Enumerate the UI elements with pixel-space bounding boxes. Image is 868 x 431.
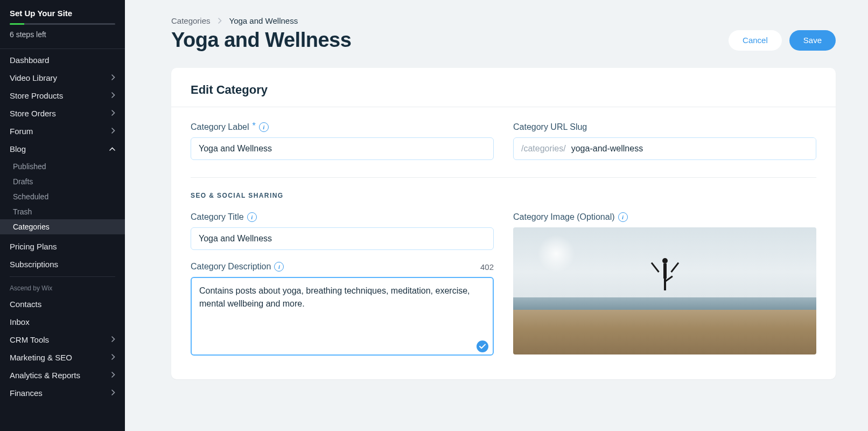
sidebar-section-ascend: Ascend by Wix — [0, 279, 125, 295]
breadcrumb: Categories Yoga and Wellness — [171, 16, 836, 25]
info-icon[interactable]: i — [259, 122, 269, 132]
sidebar-item-marketing-seo[interactable]: Marketing & SEO — [0, 349, 125, 366]
field-label-text: Category Description — [191, 262, 271, 272]
sidebar-item-label: Store Products — [10, 91, 63, 100]
sidebar-item-subscriptions[interactable]: Subscriptions — [0, 255, 125, 273]
slug-prefix: /categories/ — [514, 144, 571, 154]
info-icon[interactable]: i — [618, 212, 628, 222]
cancel-button[interactable]: Cancel — [729, 30, 782, 51]
chevron-right-icon — [111, 74, 115, 82]
sidebar-item-finances[interactable]: Finances — [0, 384, 125, 402]
sidebar-item-dashboard[interactable]: Dashboard — [0, 51, 125, 69]
sidebar-item-label: Inbox — [10, 317, 30, 326]
sidebar-item-forum[interactable]: Forum — [0, 122, 125, 140]
category-slug-field-label: Category URL Slug — [513, 122, 816, 132]
card-title: Edit Category — [191, 83, 816, 97]
category-slug-wrapper: /categories/ — [513, 137, 816, 160]
page-title: Yoga and Wellness — [171, 29, 351, 52]
sidebar-item-store-products[interactable]: Store Products — [0, 87, 125, 105]
check-icon — [477, 340, 488, 352]
sidebar-item-blog[interactable]: Blog — [0, 140, 125, 158]
seo-section-heading: SEO & SOCIAL SHARING — [191, 192, 816, 199]
sidebar-item-label: CRM Tools — [10, 335, 49, 344]
sidebar-blog-subitems: Published Drafts Scheduled Trash Categor… — [0, 158, 125, 238]
divider — [0, 48, 125, 49]
sidebar-item-inbox[interactable]: Inbox — [0, 313, 125, 331]
setup-progress — [10, 23, 115, 25]
field-label-text: Category Label — [191, 122, 249, 132]
chevron-right-icon — [111, 372, 115, 379]
sidebar-subitem-trash[interactable]: Trash — [0, 204, 125, 219]
page-header: Yoga and Wellness Cancel Save — [171, 29, 836, 52]
chevron-right-icon — [111, 354, 115, 362]
sidebar: Set Up Your Site 6 steps left Dashboard … — [0, 0, 125, 431]
sidebar-item-label: Blog — [10, 144, 26, 154]
sidebar-item-store-orders[interactable]: Store Orders — [0, 105, 125, 122]
category-title-field-label: Category Title i — [191, 212, 494, 222]
breadcrumb-root[interactable]: Categories — [171, 16, 211, 25]
field-label-text: Category URL Slug — [513, 122, 587, 132]
sidebar-subitem-drafts[interactable]: Drafts — [0, 174, 125, 189]
sidebar-item-label: Finances — [10, 388, 43, 398]
category-title-input[interactable] — [191, 227, 494, 250]
description-char-count: 402 — [480, 262, 494, 272]
sidebar-subitem-scheduled[interactable]: Scheduled — [0, 189, 125, 204]
breadcrumb-current: Yoga and Wellness — [229, 16, 298, 25]
chevron-right-icon — [218, 16, 222, 25]
category-image-preview[interactable] — [513, 227, 816, 354]
sidebar-item-label: Contacts — [10, 300, 41, 309]
sidebar-item-label: Store Orders — [10, 109, 56, 118]
sidebar-item-label: Marketing & SEO — [10, 353, 72, 362]
sidebar-item-contacts[interactable]: Contacts — [0, 295, 125, 313]
info-icon[interactable]: i — [247, 212, 257, 222]
sidebar-item-label: Pricing Plans — [10, 242, 57, 251]
category-label-input[interactable] — [191, 137, 494, 160]
required-asterisk: * — [253, 121, 256, 131]
setup-title: Set Up Your Site — [10, 9, 115, 18]
category-label-field-label: Category Label * i — [191, 122, 494, 132]
chevron-right-icon — [111, 390, 115, 397]
field-label-text: Category Image (Optional) — [513, 212, 615, 222]
category-image-field-label: Category Image (Optional) i — [513, 212, 816, 222]
category-description-textarea[interactable] — [191, 277, 494, 356]
chevron-right-icon — [111, 336, 115, 344]
sidebar-item-label: Forum — [10, 127, 33, 136]
info-icon[interactable]: i — [274, 262, 284, 272]
edit-category-card: Edit Category Category Label * i Categor… — [171, 68, 836, 379]
setup-steps-left: 6 steps left — [10, 30, 115, 39]
chevron-right-icon — [111, 110, 115, 117]
category-slug-input[interactable] — [571, 138, 816, 159]
sidebar-item-label: Dashboard — [10, 55, 49, 65]
chevron-up-icon — [109, 147, 115, 151]
save-button[interactable]: Save — [789, 30, 836, 51]
divider — [191, 177, 816, 178]
header-actions: Cancel Save — [729, 30, 836, 51]
sidebar-item-pricing-plans[interactable]: Pricing Plans — [0, 238, 125, 255]
sidebar-item-video-library[interactable]: Video Library — [0, 69, 125, 87]
chevron-right-icon — [111, 128, 115, 135]
yoga-person-icon — [662, 258, 668, 290]
divider — [10, 276, 115, 277]
sidebar-item-label: Video Library — [10, 73, 57, 82]
sidebar-subitem-categories[interactable]: Categories — [0, 219, 125, 234]
sidebar-item-analytics-reports[interactable]: Analytics & Reports — [0, 366, 125, 384]
sidebar-item-label: Subscriptions — [10, 260, 58, 269]
chevron-right-icon — [111, 92, 115, 100]
category-description-field-label: Category Description i — [191, 262, 284, 272]
sidebar-item-crm-tools[interactable]: CRM Tools — [0, 331, 125, 349]
divider — [171, 107, 836, 107]
main-content: Categories Yoga and Wellness Yoga and We… — [125, 0, 868, 431]
field-label-text: Category Title — [191, 212, 244, 222]
sidebar-item-label: Analytics & Reports — [10, 371, 80, 380]
sidebar-subitem-published[interactable]: Published — [0, 159, 125, 174]
setup-site-box[interactable]: Set Up Your Site 6 steps left — [0, 0, 125, 46]
